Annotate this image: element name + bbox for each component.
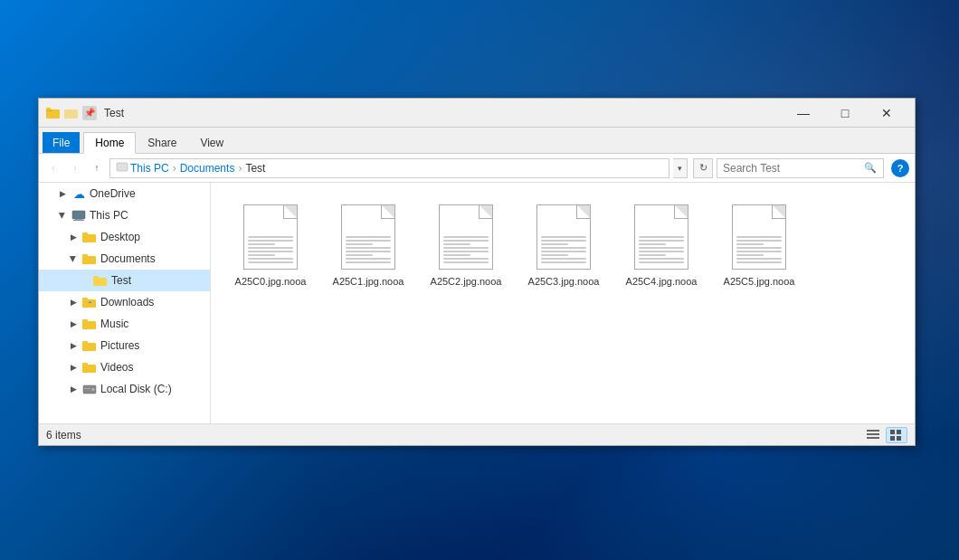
svg-rect-29 xyxy=(890,430,895,434)
localdisk-icon xyxy=(82,382,97,396)
back-button[interactable]: ‹ xyxy=(44,159,62,177)
file-item-3[interactable]: A25C3.jpg.nooa xyxy=(518,197,609,295)
file-name-0: A25C0.jpg.nooa xyxy=(235,275,307,288)
svg-rect-7 xyxy=(73,220,84,221)
search-input[interactable] xyxy=(723,162,859,175)
close-button[interactable]: ✕ xyxy=(866,99,907,128)
forward-button[interactable]: › xyxy=(66,159,84,177)
help-button[interactable]: ? xyxy=(891,159,909,177)
sidebar-label-desktop: Desktop xyxy=(100,231,203,243)
svg-rect-31 xyxy=(890,436,895,441)
status-bar: 6 items xyxy=(39,423,915,445)
expand-arrow-localdisk: ▶ xyxy=(68,384,79,394)
svg-rect-20 xyxy=(82,341,88,344)
expand-arrow-documents: ▶ xyxy=(68,253,79,264)
ribbon: File Home Share View xyxy=(39,128,915,154)
svg-rect-5 xyxy=(72,211,85,219)
maximize-button[interactable]: □ xyxy=(824,99,866,128)
svg-rect-27 xyxy=(867,433,879,435)
path-this-pc[interactable]: This PC xyxy=(130,162,169,175)
svg-rect-18 xyxy=(82,319,88,322)
sidebar-label-localdisk: Local Disk (C:) xyxy=(100,383,203,395)
view-details-button[interactable] xyxy=(862,427,884,443)
search-button[interactable]: 🔍 xyxy=(863,161,878,176)
expand-arrow-thispc: ▶ xyxy=(57,210,68,221)
downloads-folder-icon xyxy=(82,295,97,309)
title-back-icon xyxy=(64,106,79,120)
file-item-5[interactable]: A25C5.jpg.nooa xyxy=(714,197,804,295)
music-folder-icon xyxy=(82,317,97,331)
file-lines-0 xyxy=(248,236,293,263)
title-bar-icons: 📌 xyxy=(46,106,97,120)
sidebar-label-music: Music xyxy=(100,318,203,330)
address-path[interactable]: This PC › Documents › Test xyxy=(109,158,669,178)
file-icon-4 xyxy=(634,204,688,270)
svg-rect-2 xyxy=(46,108,51,110)
refresh-button[interactable]: ↻ xyxy=(693,158,713,178)
title-bar: 📌 Test — □ ✕ xyxy=(39,99,915,128)
sidebar-item-thispc[interactable]: ▶ This PC xyxy=(39,204,210,226)
expand-arrow-videos: ▶ xyxy=(68,362,79,373)
svg-rect-30 xyxy=(897,430,901,434)
path-documents[interactable]: Documents xyxy=(180,162,235,175)
file-name-4: A25C4.jpg.nooa xyxy=(626,275,698,288)
file-icon-3 xyxy=(536,204,591,270)
file-name-1: A25C1.jpg.nooa xyxy=(333,275,404,288)
svg-rect-13 xyxy=(93,276,99,279)
window-title: Test xyxy=(104,107,783,119)
sidebar-item-videos[interactable]: ▶ Videos xyxy=(39,356,210,378)
path-test: Test xyxy=(245,162,265,175)
sidebar-item-pictures[interactable]: ▶ Pictures xyxy=(39,335,210,356)
tab-share[interactable]: Share xyxy=(136,132,188,153)
file-icon-1 xyxy=(341,204,395,270)
svg-rect-3 xyxy=(64,109,78,119)
pictures-folder-icon xyxy=(82,338,97,353)
expand-arrow-onedrive: ▶ xyxy=(57,188,68,199)
svg-rect-15 xyxy=(82,298,88,300)
file-explorer-window: 📌 Test — □ ✕ File Home Share View ‹ › ↑ … xyxy=(38,98,916,446)
svg-rect-28 xyxy=(867,437,879,439)
sidebar-label-videos: Videos xyxy=(100,361,203,374)
file-item-2[interactable]: A25C2.jpg.nooa xyxy=(421,197,511,295)
view-toggles xyxy=(862,427,907,443)
view-large-icons-button[interactable] xyxy=(886,427,907,443)
svg-point-24 xyxy=(92,388,95,391)
file-name-2: A25C2.jpg.nooa xyxy=(431,275,502,288)
file-item-0[interactable]: A25C0.jpg.nooa xyxy=(225,197,316,295)
address-bar: ‹ › ↑ This PC › Documents › Test ▾ ↻ 🔍 ? xyxy=(39,154,915,183)
svg-rect-32 xyxy=(897,436,901,441)
videos-folder-icon xyxy=(82,360,97,375)
sidebar-label-downloads: Downloads xyxy=(100,296,203,308)
expand-arrow-pictures: ▶ xyxy=(68,340,79,351)
sidebar-item-localdisk[interactable]: ▶ Local Disk (C:) xyxy=(39,378,210,400)
title-folder-icon xyxy=(46,106,61,120)
sidebar-item-documents[interactable]: ▶ Documents xyxy=(39,248,210,270)
sidebar-label-documents: Documents xyxy=(100,252,203,265)
minimize-button[interactable]: — xyxy=(783,99,824,128)
file-name-3: A25C3.jpg.nooa xyxy=(528,275,600,288)
tab-file[interactable]: File xyxy=(43,132,80,153)
file-name-5: A25C5.jpg.nooa xyxy=(724,275,795,288)
sidebar-item-test[interactable]: Test xyxy=(39,270,210,291)
sidebar: ▶ ☁ OneDrive ▶ This PC ▶ xyxy=(39,183,211,423)
title-pin-icon: 📌 xyxy=(82,106,97,120)
window-controls: — □ ✕ xyxy=(783,99,907,128)
svg-rect-17 xyxy=(82,321,96,329)
svg-rect-22 xyxy=(82,363,88,365)
files-area: A25C0.jpg.nooa xyxy=(211,183,915,423)
sidebar-item-desktop[interactable]: ▶ Desktop xyxy=(39,226,210,248)
up-button[interactable]: ↑ xyxy=(88,159,106,177)
path-dropdown[interactable]: ▾ xyxy=(673,158,688,178)
path-icon xyxy=(116,161,128,175)
file-icon-0 xyxy=(243,204,298,270)
sidebar-label-onedrive: OneDrive xyxy=(90,187,203,200)
sidebar-item-downloads[interactable]: ▶ Downloads xyxy=(39,291,210,313)
sidebar-item-music[interactable]: ▶ Music xyxy=(39,313,210,335)
file-item-1[interactable]: A25C1.jpg.nooa xyxy=(323,197,413,295)
file-item-4[interactable]: A25C4.jpg.nooa xyxy=(616,197,707,295)
sidebar-item-onedrive[interactable]: ▶ ☁ OneDrive xyxy=(39,183,210,204)
tab-view[interactable]: View xyxy=(188,132,235,153)
svg-rect-26 xyxy=(867,430,879,432)
file-icon-2 xyxy=(439,204,493,270)
tab-home[interactable]: Home xyxy=(83,132,136,154)
